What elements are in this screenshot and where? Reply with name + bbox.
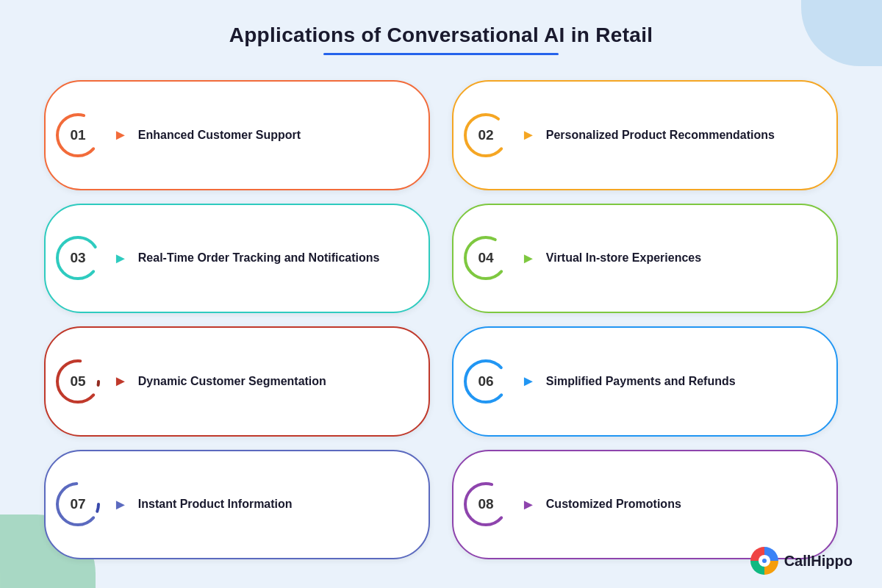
circle-badge-03: 03	[53, 233, 103, 283]
card-label-02: Personalized Product Recommendations	[546, 127, 775, 143]
card-number-04: 04	[478, 250, 493, 266]
card-number-08: 08	[478, 496, 493, 512]
arrow-04: ►	[521, 250, 536, 267]
title-underline	[323, 53, 559, 55]
logo-text: CallHippo	[784, 553, 853, 570]
circle-badge-07: 07	[53, 479, 103, 529]
card-02: 02 ► Personalized Product Recommendation…	[452, 80, 838, 190]
card-01: 01 ► Enhanced Customer Support	[44, 80, 430, 190]
card-06: 06 ► Simplified Payments and Refunds	[452, 326, 838, 437]
arrow-06: ►	[521, 373, 536, 390]
card-label-04: Virtual In-store Experiences	[546, 250, 701, 266]
card-label-05: Dynamic Customer Segmentation	[138, 373, 326, 390]
arrow-05: ►	[113, 373, 128, 390]
card-07: 07 ► Instant Product Information	[44, 450, 430, 560]
card-number-01: 01	[70, 127, 85, 143]
card-label-01: Enhanced Customer Support	[138, 127, 301, 143]
card-label-03: Real-Time Order Tracking and Notificatio…	[138, 250, 380, 266]
circle-badge-01: 01	[53, 110, 103, 160]
arrow-02: ►	[521, 126, 536, 143]
card-04: 04 ► Virtual In-store Experiences	[452, 204, 838, 314]
card-number-06: 06	[478, 373, 493, 390]
card-number-07: 07	[70, 496, 85, 512]
circle-badge-04: 04	[461, 233, 511, 283]
card-number-05: 05	[70, 373, 85, 390]
card-05: 05 ► Dynamic Customer Segmentation	[44, 326, 430, 437]
logo-inner	[759, 555, 770, 567]
circle-badge-05: 05	[53, 356, 103, 406]
arrow-03: ►	[113, 250, 128, 267]
cards-grid: 01 ► Enhanced Customer Support 02 ► Pers…	[0, 60, 882, 574]
card-number-02: 02	[478, 127, 493, 143]
card-08: 08 ► Customized Promotions	[452, 450, 838, 560]
logo-icon	[750, 547, 778, 575]
card-label-06: Simplified Payments and Refunds	[546, 373, 736, 390]
circle-badge-08: 08	[461, 479, 511, 529]
card-number-03: 03	[70, 250, 85, 266]
logo-dot	[762, 559, 767, 563]
logo-area: CallHippo	[750, 547, 853, 575]
page-title: Applications of Conversational AI in Ret…	[0, 24, 882, 47]
circle-badge-06: 06	[461, 356, 511, 406]
card-label-08: Customized Promotions	[546, 496, 681, 512]
arrow-08: ►	[521, 496, 536, 513]
page-title-section: Applications of Conversational AI in Ret…	[0, 0, 882, 60]
circle-badge-02: 02	[461, 110, 511, 160]
arrow-01: ►	[113, 126, 128, 143]
arrow-07: ►	[113, 496, 128, 513]
card-03: 03 ► Real-Time Order Tracking and Notifi…	[44, 204, 430, 314]
card-label-07: Instant Product Information	[138, 496, 293, 512]
